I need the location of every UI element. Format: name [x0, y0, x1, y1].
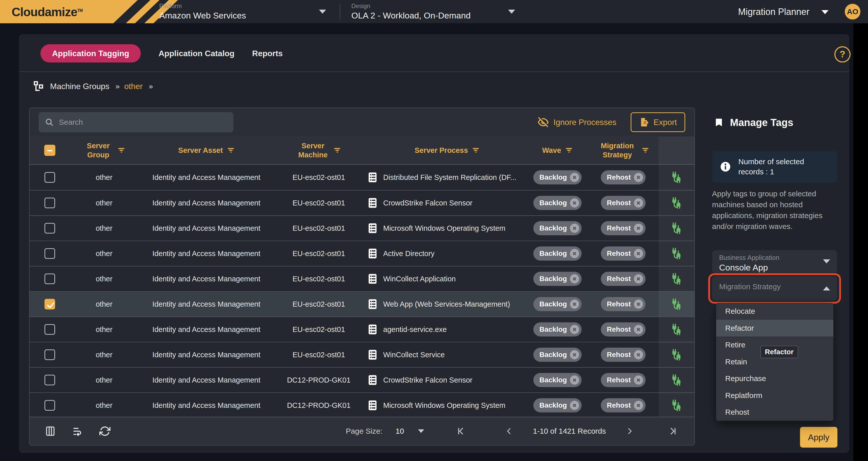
- chip-remove-icon[interactable]: ×: [634, 224, 643, 233]
- ignore-processes-button[interactable]: Ignore Processes: [538, 117, 617, 127]
- wave-chip-label: Backlog: [539, 300, 567, 308]
- chip-remove-icon[interactable]: ×: [570, 198, 579, 207]
- connections-icon[interactable]: [670, 323, 683, 336]
- breadcrumb-root[interactable]: Machine Groups: [50, 82, 110, 91]
- row-checkbox[interactable]: [44, 375, 55, 385]
- column-header-server-group[interactable]: Server Group: [83, 141, 114, 160]
- migration-strategy-select[interactable]: Migration Strategy: [712, 276, 837, 300]
- connections-icon[interactable]: [670, 171, 683, 184]
- selected-records-text: Number of selected records : 1: [738, 156, 824, 177]
- row-actions-cell: [658, 393, 694, 418]
- filter-icon[interactable]: [642, 147, 649, 153]
- chip-remove-icon[interactable]: ×: [634, 350, 643, 359]
- dropdown-option-repurchase[interactable]: Repurchase: [716, 370, 833, 387]
- avatar[interactable]: AO: [845, 4, 860, 20]
- chip-remove-icon[interactable]: ×: [570, 350, 579, 359]
- chip-remove-icon[interactable]: ×: [570, 173, 579, 182]
- tab-application-catalog[interactable]: Application Catalog: [158, 49, 234, 58]
- platform-value: Amazon Web Services: [159, 11, 246, 21]
- server-process-table: Ignore Processes Export Server: [29, 108, 695, 445]
- prev-page-button[interactable]: [502, 426, 515, 436]
- row-checkbox[interactable]: [44, 400, 55, 411]
- row-checkbox[interactable]: [44, 172, 55, 183]
- connections-icon[interactable]: [670, 297, 683, 311]
- filter-icon[interactable]: [565, 147, 573, 153]
- dropdown-option-rehost[interactable]: Rehost: [716, 404, 833, 421]
- chip-remove-icon[interactable]: ×: [570, 325, 579, 334]
- filter-icon: [565, 147, 573, 153]
- connections-icon[interactable]: [670, 399, 683, 412]
- page-size-caret-icon[interactable]: [418, 429, 424, 433]
- chip-remove-icon[interactable]: ×: [634, 249, 643, 258]
- chip-remove-icon[interactable]: ×: [570, 299, 579, 309]
- business-application-select[interactable]: Business Application Console App: [712, 250, 837, 273]
- dropdown-option-replatform[interactable]: Replatform: [716, 387, 833, 404]
- cloudamize-logo[interactable]: CloudamizeTM: [0, 0, 182, 23]
- filter-icon[interactable]: [333, 147, 341, 153]
- design-caret-icon[interactable]: [508, 10, 515, 14]
- design-select[interactable]: Design OLA 2 - Workload, On-Demand: [351, 3, 471, 21]
- chip-remove-icon[interactable]: ×: [570, 274, 579, 283]
- chip-remove-icon[interactable]: ×: [634, 274, 643, 283]
- server-process-name: WinCollect Service: [383, 351, 445, 359]
- wave-chip-label: Backlog: [539, 275, 567, 283]
- connections-icon[interactable]: [670, 373, 683, 386]
- row-checkbox[interactable]: [44, 324, 55, 335]
- column-header-server-machine[interactable]: Server Machine: [297, 141, 329, 160]
- dropdown-option-refactor[interactable]: Refactor: [716, 320, 833, 337]
- platform-caret-icon[interactable]: [319, 10, 326, 14]
- column-header-server-process[interactable]: Server Process: [414, 146, 468, 155]
- search-input[interactable]: [59, 118, 227, 126]
- connections-icon[interactable]: [670, 272, 683, 285]
- row-checkbox[interactable]: [44, 299, 55, 310]
- page-size-value[interactable]: 10: [396, 427, 404, 435]
- row-checkbox[interactable]: [44, 349, 55, 360]
- filter-icon[interactable]: [118, 147, 125, 153]
- migration-strategy-cell: Rehost×: [588, 342, 658, 367]
- chip-remove-icon[interactable]: ×: [634, 375, 643, 384]
- columns-icon[interactable]: [45, 426, 56, 437]
- column-header-server-asset[interactable]: Server Asset: [178, 146, 223, 155]
- chip-remove-icon[interactable]: ×: [570, 375, 579, 384]
- tab-application-tagging[interactable]: Application Tagging: [40, 44, 141, 62]
- row-checkbox[interactable]: [44, 223, 55, 234]
- row-checkbox[interactable]: [44, 248, 55, 259]
- chip-remove-icon[interactable]: ×: [634, 325, 643, 334]
- chip-remove-icon[interactable]: ×: [570, 249, 579, 258]
- wave-cell: Backlog×: [527, 241, 588, 266]
- chip-remove-icon[interactable]: ×: [634, 299, 643, 309]
- column-header-migration-strategy[interactable]: Migration Strategy: [597, 141, 638, 160]
- connections-icon[interactable]: [670, 247, 683, 260]
- breadcrumb-current[interactable]: other: [124, 82, 143, 91]
- chip-remove-icon[interactable]: ×: [634, 401, 643, 410]
- dropdown-option-relocate[interactable]: Relocate: [716, 303, 833, 320]
- next-page-button[interactable]: [624, 426, 636, 436]
- app-switcher-caret-icon[interactable]: [822, 10, 829, 14]
- wrap-text-icon[interactable]: [72, 426, 83, 437]
- chip-remove-icon[interactable]: ×: [634, 173, 643, 182]
- app-switcher[interactable]: Migration Planner: [738, 7, 809, 17]
- chip-remove-icon[interactable]: ×: [634, 198, 643, 207]
- refresh-icon[interactable]: [99, 426, 111, 437]
- chip-remove-icon[interactable]: ×: [570, 401, 579, 410]
- connections-icon[interactable]: [670, 196, 683, 209]
- tab-reports[interactable]: Reports: [252, 49, 283, 58]
- select-all-checkbox[interactable]: [44, 145, 55, 156]
- chip-remove-icon[interactable]: ×: [570, 224, 579, 233]
- breadcrumb: Machine Groups » other »: [33, 79, 151, 93]
- row-checkbox[interactable]: [44, 273, 55, 284]
- help-button[interactable]: ?: [834, 46, 850, 62]
- server-asset-cell: Identity and Access Management: [138, 266, 275, 291]
- first-page-button[interactable]: [455, 426, 467, 436]
- apply-button[interactable]: Apply: [800, 427, 837, 448]
- platform-select[interactable]: Platform Amazon Web Services: [159, 3, 246, 21]
- filter-icon[interactable]: [472, 147, 479, 153]
- column-header-wave[interactable]: Wave: [542, 146, 561, 155]
- last-page-button[interactable]: [666, 426, 679, 436]
- row-checkbox[interactable]: [44, 198, 55, 208]
- connections-icon[interactable]: [670, 222, 683, 235]
- connections-icon[interactable]: [670, 348, 683, 361]
- filter-icon[interactable]: [227, 147, 235, 153]
- strategy-chip: Rehost×: [601, 297, 646, 311]
- export-button[interactable]: Export: [631, 112, 685, 132]
